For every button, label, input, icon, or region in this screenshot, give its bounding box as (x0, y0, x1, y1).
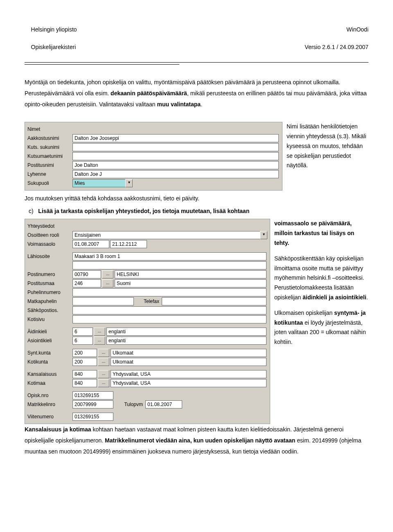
input-kotisivu[interactable] (72, 315, 267, 323)
input-matrikkelinro[interactable]: 20079999 (72, 400, 113, 409)
label-nimet: Nimet (27, 126, 72, 133)
label-viitenumero: Viitenumero (27, 413, 72, 421)
label-telefax: Telefax (135, 298, 162, 305)
label-voimassaolo: Voimassaolo (27, 240, 72, 248)
bottom-para: Kansalaisuus ja kotimaa kohtaan haetaan … (25, 424, 368, 457)
input-syntkunta[interactable]: 200 (72, 349, 97, 357)
input-lahiosoite-2[interactable] (72, 261, 267, 269)
label-lyhenne: Lyhenne (27, 171, 72, 178)
app-name: WinOodi (346, 26, 368, 33)
input-kotikunta-name[interactable]: Ulkomaat (111, 358, 267, 366)
label-sukupuoli: Sukupuoli (27, 180, 72, 187)
ellipsis-button[interactable]: ... (98, 349, 109, 357)
ellipsis-button[interactable]: ... (98, 379, 109, 387)
ellipsis-button[interactable]: ... (102, 270, 113, 278)
ellipsis-button[interactable]: ... (98, 370, 109, 378)
label-kotisivu: Kotisivu (27, 316, 72, 323)
divider (25, 62, 368, 63)
dropdown-icon[interactable]: ▾ (260, 231, 267, 239)
input-aakkostusnimi[interactable]: Dalton Joe Jooseppi (72, 134, 279, 142)
ellipsis-button[interactable]: ... (102, 279, 113, 287)
label-kotikunta: Kotikunta (27, 358, 72, 366)
input-matkapuhelin[interactable] (72, 297, 134, 305)
ellipsis-button[interactable]: ... (94, 337, 105, 345)
label-lahiosoite: Lähiosoite (27, 253, 72, 260)
input-kotimaa[interactable]: 840 (72, 379, 97, 387)
input-voim1[interactable]: 01.08.2007 (72, 240, 109, 248)
input-lahiosoite[interactable]: Maakaari 3 B room 1 (72, 252, 267, 260)
label-kansalaisuus: Kansalaisuus (27, 370, 72, 378)
input-kutsumaetunimi[interactable] (72, 152, 279, 160)
input-puhelinnumero[interactable] (72, 288, 267, 296)
dropdown-icon[interactable]: ▾ (125, 179, 133, 187)
label-yhteystiedot: Yhteystiedot (27, 222, 72, 230)
input-postitusnimi[interactable]: Joe Dalton (72, 161, 279, 169)
input-sahkopostios[interactable] (72, 306, 267, 314)
input-kotimaa-name[interactable]: Yhdysvallat, USA (111, 379, 267, 387)
version: Versio 2.6.1 / 24.09.2007 (305, 44, 368, 50)
side2-p3: Ulkomaisen opiskelijan syntymä- ja kotik… (274, 308, 368, 347)
after-names-line: Jos muutoksen yrittää tehdä kohdassa aak… (25, 193, 368, 204)
label-aakkostusnimi: Aakkostusnimi (27, 135, 72, 142)
input-kansalaisuus-name[interactable]: Yhdysvallat, USA (111, 370, 267, 378)
intro-para: Myöntäjä on tiedekunta, johon opiskelija… (25, 77, 368, 110)
label-matkapuhelin: Matkapuhelin (27, 298, 72, 305)
side2-p1: voimassaolo se päivämäärä, milloin tarka… (274, 219, 368, 248)
label-sahkopostios: Sähköpostios. (27, 307, 72, 314)
item-c: c) Lisää ja tarkasta opiskelijan yhteyst… (25, 206, 368, 217)
registry-name: Opiskelijarekisteri (31, 44, 76, 50)
input-kotikunta[interactable]: 200 (72, 358, 97, 366)
input-asiointikieli-name[interactable]: englanti (106, 337, 267, 345)
input-postinumero[interactable]: 00790 (72, 270, 101, 278)
label-opisknro: Opisk.nro (27, 392, 72, 400)
input-telefax[interactable] (162, 297, 267, 305)
contact-form: Yhteystiedot Osoitteen rooli Ensisijaine… (25, 219, 270, 424)
input-sukupuoli[interactable]: Mies (72, 179, 126, 187)
label-kuts-sukunimi: Kuts. sukunimi (27, 144, 72, 151)
input-postinumero-city[interactable]: HELSINKI (115, 270, 267, 278)
label-matrikkelinro: Matrikkelinro (27, 401, 72, 409)
input-viitenumero[interactable]: 013269155 (72, 413, 113, 421)
input-kansalaisuus[interactable]: 840 (72, 370, 97, 378)
org-name: Helsingin yliopisto (31, 26, 77, 33)
names-form: Nimet Aakkostusnimi Dalton Joe Jooseppi … (25, 122, 282, 191)
input-asiointikieli[interactable]: 6 (72, 337, 93, 345)
input-aidinkieli-name[interactable]: englanti (106, 328, 267, 336)
input-aidinkieli[interactable]: 6 (72, 328, 93, 336)
input-kuts-sukunimi[interactable] (72, 143, 279, 151)
input-postitusmaa[interactable]: 246 (72, 279, 101, 287)
input-osoitteen-rooli[interactable]: Ensisijainen (72, 231, 260, 239)
input-lyhenne[interactable]: Dalton Joe J (72, 170, 279, 178)
input-postitusmaa-name[interactable]: Suomi (115, 279, 267, 287)
label-osoitteen-rooli: Osoitteen rooli (27, 231, 72, 239)
label-puhelinnumero: Puhelinnumero (27, 289, 72, 296)
label-kutsumaetunimi: Kutsumaetunimi (27, 153, 72, 160)
label-postitusnimi: Postitusnimi (27, 162, 72, 169)
input-voim2[interactable]: 21.12.2112 (110, 240, 147, 248)
input-syntkunta-name[interactable]: Ulkomaat (111, 349, 267, 357)
label-aidinkieli: Äidinkieli (27, 328, 72, 336)
ellipsis-button[interactable]: ... (98, 358, 109, 366)
label-postitusmaa: Postitusmaa (27, 280, 72, 287)
label-syntkunta: Synt.kunta (27, 349, 72, 357)
short-divider (25, 64, 179, 65)
side-note-1: Nimi lisätään henkilötietojen viennin yh… (282, 122, 368, 191)
label-asiointikieli: Asiointikieli (27, 337, 72, 345)
label-kotimaa: Kotimaa (27, 379, 72, 387)
side2-p2: Sähköpostikenttään käy opiskelijan ilmoi… (274, 254, 368, 303)
label-postinumero: Postinumero (27, 271, 72, 278)
label-tulopvm: Tulopvm (114, 401, 145, 409)
input-opisknro[interactable]: 013269155 (72, 391, 113, 400)
page-header: Helsingin yliopisto Opiskelijarekisteri … (25, 16, 368, 61)
ellipsis-button[interactable]: ... (94, 328, 105, 336)
input-tulopvm[interactable]: 01.08.2007 (145, 400, 182, 409)
